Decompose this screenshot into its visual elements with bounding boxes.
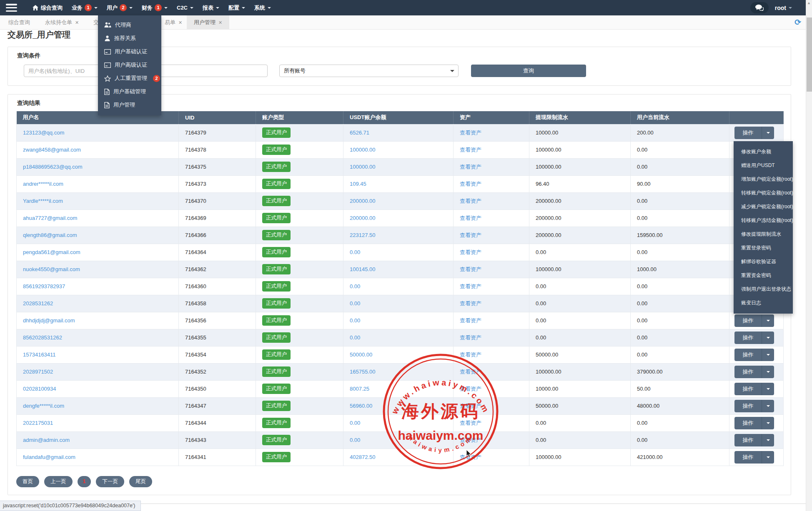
- nav-item-c2c[interactable]: C2C: [172, 0, 198, 15]
- username-link[interactable]: dengfe*****il.com: [23, 403, 64, 409]
- view-assets-link[interactable]: 查看资产: [460, 147, 481, 153]
- action-menu-item[interactable]: 重置资金密码: [734, 269, 793, 282]
- usdt-balance-link[interactable]: 6526.71: [350, 130, 369, 136]
- username-link[interactable]: 8562028531262: [23, 334, 62, 341]
- action-caret-button[interactable]: [762, 417, 774, 429]
- menu-item-agents[interactable]: 代理商: [98, 18, 161, 32]
- tab-user-management[interactable]: 用户管理 ✕: [187, 15, 229, 30]
- username-link[interactable]: zwang8458@gmail.com: [23, 147, 81, 153]
- nav-item-config[interactable]: 配置: [224, 0, 250, 15]
- last-page-button[interactable]: 尾页: [129, 476, 152, 487]
- view-assets-link[interactable]: 查看资产: [460, 181, 481, 187]
- username-link[interactable]: fulandafu@gmail.com: [23, 454, 75, 460]
- action-menu-item[interactable]: 解绑谷歌验证器: [734, 255, 793, 269]
- view-assets-link[interactable]: 查看资产: [460, 351, 481, 358]
- action-menu-item[interactable]: 修改提现限制流水: [734, 227, 793, 241]
- menu-item-basic-management[interactable]: 用户基础管理: [98, 85, 161, 98]
- view-assets-link[interactable]: 查看资产: [460, 198, 481, 204]
- usdt-balance-link[interactable]: 56960.00: [350, 403, 372, 409]
- action-menu-item[interactable]: 减少账户锁定金额(root): [734, 200, 793, 214]
- action-caret-button[interactable]: [762, 400, 774, 412]
- view-assets-link[interactable]: 查看资产: [460, 437, 481, 443]
- action-menu-item[interactable]: 修改账户余额: [734, 145, 793, 159]
- view-assets-link[interactable]: 查看资产: [460, 317, 481, 324]
- action-split-button[interactable]: 操作: [734, 417, 774, 429]
- username-link[interactable]: pengda561@gmail.com: [23, 249, 80, 255]
- usdt-balance-link[interactable]: 50000.00: [350, 351, 372, 358]
- chat-button[interactable]: [750, 2, 769, 13]
- view-assets-link[interactable]: 查看资产: [460, 215, 481, 221]
- username-link[interactable]: qlength86@gmail.com: [23, 232, 77, 238]
- action-split-button[interactable]: 操作: [734, 383, 774, 395]
- action-caret-button[interactable]: [762, 383, 774, 395]
- usdt-balance-link[interactable]: 0.00: [350, 334, 360, 341]
- action-caret-button[interactable]: [762, 314, 774, 327]
- action-split-button[interactable]: 操作: [734, 400, 774, 412]
- usdt-balance-link[interactable]: 0.00: [350, 283, 360, 289]
- view-assets-link[interactable]: 查看资产: [460, 334, 481, 341]
- menu-item-manual-reset[interactable]: 人工重置管理 2: [98, 72, 161, 85]
- menu-item-basic-kyc[interactable]: 用户基础认证: [98, 45, 161, 58]
- action-button-label[interactable]: 操作: [734, 383, 762, 395]
- usdt-balance-link[interactable]: 0.00: [350, 317, 360, 324]
- action-button-label[interactable]: 操作: [734, 127, 762, 139]
- tab-hidden-2[interactable]: 易单 ✕: [162, 15, 185, 30]
- nav-item-business[interactable]: 业务 1: [67, 0, 102, 15]
- usdt-balance-link[interactable]: 100000.00: [350, 164, 375, 170]
- username-link[interactable]: 123123@qq.com: [23, 130, 64, 136]
- action-menu-item[interactable]: 增加账户锁定金额(root): [734, 172, 793, 186]
- username-link[interactable]: 15734163411: [23, 351, 56, 358]
- action-caret-button[interactable]: [762, 332, 774, 344]
- current-page-button[interactable]: 1: [78, 476, 91, 487]
- action-button-label[interactable]: 操作: [734, 366, 762, 378]
- view-assets-link[interactable]: 查看资产: [460, 300, 481, 307]
- username-link[interactable]: p18488695623@qq.com: [23, 164, 83, 170]
- action-menu-item[interactable]: 账变日志: [734, 296, 793, 310]
- usdt-balance-link[interactable]: 200000.00: [350, 198, 375, 204]
- usdt-balance-link[interactable]: 0.00: [350, 420, 360, 426]
- action-split-button[interactable]: 操作: [734, 314, 774, 327]
- close-icon[interactable]: ✕: [218, 20, 222, 25]
- nav-item-reports[interactable]: 报表: [198, 0, 224, 15]
- username-link[interactable]: 85619293782937: [23, 283, 65, 289]
- view-assets-link[interactable]: 查看资产: [460, 232, 481, 238]
- query-button[interactable]: 查询: [471, 65, 586, 77]
- account-type-select[interactable]: 所有账号: [279, 65, 459, 77]
- scrollbar-thumb[interactable]: [807, 17, 812, 92]
- nav-item-dashboard[interactable]: 综合查询: [28, 0, 67, 15]
- action-button-label[interactable]: 操作: [734, 434, 762, 446]
- first-page-button[interactable]: 首页: [16, 476, 39, 487]
- close-icon[interactable]: ✕: [75, 20, 79, 25]
- action-menu-item[interactable]: 赠送用户USDT: [734, 159, 793, 172]
- scrollbar-track[interactable]: ▲: [806, 0, 812, 511]
- close-icon[interactable]: ✕: [178, 20, 182, 25]
- action-split-button[interactable]: 操作: [734, 127, 774, 139]
- username-link[interactable]: Yardle*****il.com: [23, 198, 63, 204]
- tab-perpetual-positions[interactable]: 永续持仓单 ✕: [43, 15, 81, 30]
- prev-page-button[interactable]: 上一页: [44, 476, 73, 487]
- tab-overview[interactable]: 综合查询: [6, 15, 33, 30]
- usdt-balance-link[interactable]: 8007.25: [350, 386, 369, 392]
- next-page-button[interactable]: 下一页: [96, 476, 124, 487]
- view-assets-link[interactable]: 查看资产: [460, 386, 481, 392]
- username-link[interactable]: 2022175031: [23, 420, 53, 426]
- scroll-up-icon[interactable]: ▲: [807, 1, 811, 5]
- view-assets-link[interactable]: 查看资产: [460, 420, 481, 426]
- username-link[interactable]: admin@admin.com: [23, 437, 70, 443]
- usdt-balance-link[interactable]: 100000.00: [350, 147, 375, 153]
- action-caret-button[interactable]: [762, 434, 774, 446]
- view-assets-link[interactable]: 查看资产: [460, 164, 481, 170]
- user-menu-root[interactable]: root: [775, 5, 792, 11]
- action-caret-button[interactable]: [762, 451, 774, 464]
- username-link[interactable]: ahua7727@gmail.com: [23, 215, 77, 221]
- username-link[interactable]: 2028531262: [23, 300, 53, 307]
- action-button-label[interactable]: 操作: [734, 349, 762, 361]
- usdt-balance-link[interactable]: 109.45: [350, 181, 366, 187]
- action-caret-button[interactable]: [762, 349, 774, 361]
- view-assets-link[interactable]: 查看资产: [460, 403, 481, 409]
- view-assets-link[interactable]: 查看资产: [460, 249, 481, 255]
- action-menu-item[interactable]: 转移账户冻结金额(root): [734, 214, 793, 227]
- action-button-label[interactable]: 操作: [734, 451, 762, 464]
- menu-item-referrals[interactable]: 推荐关系: [98, 32, 161, 45]
- view-assets-link[interactable]: 查看资产: [460, 454, 481, 460]
